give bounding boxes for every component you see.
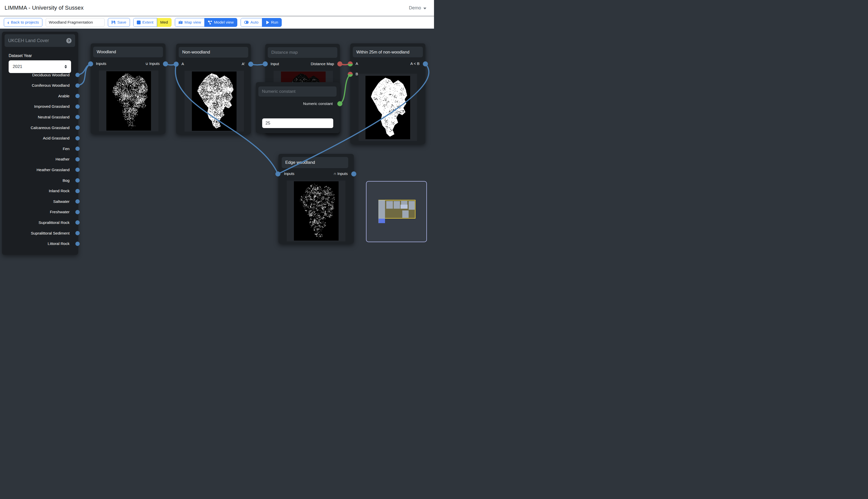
minimap[interactable] [366,181,427,242]
model-diagram-icon [208,20,212,25]
landcover-item: Neutral Grassland [2,114,78,120]
node-non-woodland[interactable]: Non-woodland A A′ [176,44,251,134]
user-menu-label: Demo [409,5,421,11]
landcover-output-port[interactable] [75,105,80,109]
node-numeric-constant[interactable]: Numeric constant Numeric constant 25 [256,82,340,133]
woodland-thumbnail [106,71,151,131]
map-view-button[interactable]: Map view [175,18,204,27]
minimap-node-woodland [386,201,393,209]
minimap-node-edge-woodland [402,210,408,218]
med-resolution-badge[interactable]: Med [157,18,171,27]
woodland-union-output-port[interactable] [163,61,168,66]
within-25m-output-port-label: A < B [411,61,419,66]
app: LIMMMA - University of Sussex Demo ‹ Bac… [0,0,434,250]
extent-square-icon [137,21,141,24]
project-name-input[interactable] [46,18,105,27]
numeric-constant-port-label: Numeric constant [303,101,333,106]
landcover-item: Freshwater [2,209,78,215]
woodland-union-port-label: ∪ Inputs [145,61,159,66]
edge-woodland-inputs-port[interactable] [275,171,281,177]
edge-woodland-thumbnail-frame [287,181,345,241]
landcover-item: Supralittoral Sediment [2,231,78,236]
page-title: LIMMMA - University of Sussex [4,4,83,11]
landcover-output-port[interactable] [75,125,80,130]
save-button[interactable]: Save [108,18,130,27]
dataset-year-select[interactable]: 2021 [9,60,71,73]
back-to-projects-button[interactable]: ‹ Back to projects [4,18,43,27]
edge-woodland-intersect-port-label: ∩ Inputs [333,171,348,176]
app-header: LIMMMA - University of Sussex Demo [0,0,434,16]
extent-button[interactable]: Extent [133,18,157,27]
minimap-node-numeric-constant [401,205,408,209]
landcover-output-port[interactable] [75,189,80,193]
landcover-item: Supralittoral Rock [2,220,78,226]
toggle-icon [244,20,249,25]
landcover-output-port[interactable] [75,242,80,246]
within-25m-a-port[interactable] [348,61,353,66]
non-woodland-aprime-output-port[interactable] [248,62,253,67]
extent-group: Extent Med [133,18,171,27]
model-view-button[interactable]: Model view [204,18,237,27]
minimap-node-within-25m [408,201,415,210]
landcover-item: Inland Rock [2,188,78,194]
non-woodland-thumbnail [192,72,237,131]
landcover-output-port[interactable] [75,157,80,161]
node-woodland[interactable]: Woodland Inputs ∪ Inputs [91,44,166,134]
distance-map-input-port-label: Input [271,62,279,66]
landcover-panel-title: UKCEH Land Cover [8,38,66,44]
help-icon[interactable]: ? [66,38,72,44]
node-edge-woodland[interactable]: Edge woodland Inputs ∩ Inputs [278,154,354,244]
node-numeric-constant-title-input[interactable]: Numeric constant [258,86,336,97]
landcover-output-port[interactable] [75,210,80,214]
landcover-output-port[interactable] [75,136,80,141]
chevron-left-icon: ‹ [7,20,9,25]
distance-map-input-port[interactable] [263,61,268,66]
landcover-item: Bog [2,178,78,183]
landcover-item: Acid Grassland [2,135,78,141]
dataset-year-label: Dataset Year [9,53,32,58]
landcover-item: Calcareous Grassland [2,125,78,131]
node-non-woodland-title-input[interactable]: Non-woodland [179,47,248,58]
landcover-item: Coniferous Woodland [2,83,78,88]
landcover-item: Deciduous Woodland [2,72,78,78]
non-woodland-aprime-port-label: A′ [242,62,245,66]
within-25m-b-port[interactable] [348,72,353,77]
user-menu[interactable]: Demo [409,0,426,16]
within-25m-a-port-label: A [356,61,358,66]
within-25m-b-port-label: B [356,72,358,76]
distance-map-output-port[interactable] [337,61,342,66]
within-25m-output-port[interactable] [423,61,428,66]
landcover-output-port[interactable] [75,231,80,235]
auto-toggle-button[interactable]: Auto [241,18,262,27]
woodland-inputs-port[interactable] [88,61,93,66]
save-icon [111,20,116,24]
minimap-node-non-woodland [394,201,400,209]
node-edge-woodland-title-input[interactable]: Edge woodland [282,157,348,168]
landcover-item: Saltwater [2,199,78,204]
select-arrows-icon [64,65,67,69]
landcover-item: Littoral Rock [2,241,78,246]
edge-woodland-intersect-output-port[interactable] [351,171,356,177]
landcover-item: Improved Grassland [2,104,78,109]
view-toggle-group: Map view Model view [175,18,237,27]
landcover-panel: UKCEH Land Cover ? Dataset Year 2021 Dec… [2,32,78,250]
non-woodland-a-port[interactable] [174,62,179,67]
numeric-constant-value-input[interactable]: 25 [262,119,333,128]
landcover-output-port[interactable] [75,83,80,88]
minimap-node-selected [379,219,385,223]
node-within-25m[interactable]: Within 25m of non-woodland A B A < B [350,44,425,144]
numeric-constant-output-port[interactable] [337,101,342,106]
landcover-item: Fen [2,146,78,151]
run-group: Auto Run [241,18,282,27]
landcover-output-port[interactable] [75,73,80,77]
run-button[interactable]: Run [262,18,282,27]
node-distance-map-title-input[interactable]: Distance map [268,47,337,58]
non-woodland-thumbnail-frame [185,71,244,132]
landcover-output-port[interactable] [75,178,80,183]
edge-woodland-inputs-port-label: Inputs [284,171,294,176]
landcover-panel-header: UKCEH Land Cover ? [4,34,75,47]
node-woodland-title-input[interactable]: Woodland [93,47,163,57]
map-pin-icon [178,20,183,25]
non-woodland-a-port-label: A [181,62,184,66]
node-within-25m-title-input[interactable]: Within 25m of non-woodland [353,47,423,57]
